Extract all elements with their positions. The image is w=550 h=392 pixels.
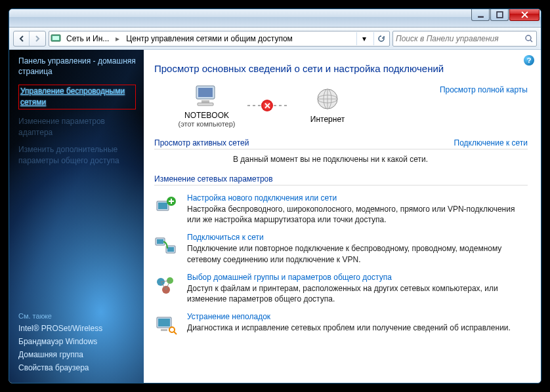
titlebar[interactable] — [9, 9, 541, 28]
homegroup-icon — [154, 274, 178, 298]
sidebar: Панель управления - домашняя страница Уп… — [9, 50, 144, 383]
sidebar-seealso-firewall[interactable]: Брандмауэр Windows — [18, 337, 137, 346]
control-panel-window: Сеть и Ин... ▸ Центр управления сетями и… — [9, 9, 541, 383]
disconnected-icon: ✕ — [261, 100, 273, 111]
item-link[interactable]: Настройка нового подключения или сети — [187, 193, 337, 203]
maximize-button[interactable] — [490, 9, 509, 21]
search-icon — [524, 34, 534, 43]
sidebar-link-wireless[interactable]: Управление беспроводными сетями — [18, 85, 136, 109]
svg-rect-6 — [198, 88, 213, 97]
network-node-internet[interactable]: Интернет — [295, 87, 360, 124]
svg-rect-13 — [158, 203, 167, 209]
item-link[interactable]: Устранение неполадок — [187, 312, 270, 321]
item-homegroup: Выбор домашней группы и параметров общег… — [154, 273, 528, 304]
item-desc: Настройка беспроводного, широкополосного… — [187, 204, 528, 225]
breadcrumb-sep[interactable]: ▸ — [114, 34, 121, 43]
item-troubleshoot: Устранение неполадокДиагностика и исправ… — [154, 312, 528, 337]
svg-rect-1 — [497, 12, 503, 18]
back-button[interactable] — [14, 31, 30, 46]
item-desc: Диагностика и исправление сетевых пробле… — [187, 323, 528, 333]
address-dropdown-button[interactable]: ▾ — [356, 32, 371, 45]
globe-icon — [313, 87, 342, 113]
item-desc: Подключение или повторное подключение к … — [187, 243, 528, 264]
search-input[interactable] — [396, 34, 524, 43]
svg-point-4 — [526, 35, 531, 41]
control-panel-icon — [51, 33, 61, 44]
svg-rect-18 — [167, 247, 174, 252]
address-bar[interactable]: Сеть и Ин... ▸ Центр управления сетями и… — [49, 31, 390, 47]
change-settings-header: Изменение сетевых параметров — [154, 174, 273, 184]
page-title: Просмотр основных сведений о сети и наст… — [154, 63, 528, 74]
sidebar-seealso-intel[interactable]: Intel® PROSet/Wireless — [18, 324, 137, 333]
sidebar-seealso-homegroup[interactable]: Домашняя группа — [18, 350, 137, 359]
sidebar-home-link[interactable]: Панель управления - домашняя страница — [18, 56, 136, 77]
breadcrumb-seg1[interactable]: Сеть и Ин... — [64, 34, 112, 43]
svg-rect-24 — [161, 329, 167, 331]
view-full-map-link[interactable]: Просмотр полной карты — [440, 85, 528, 94]
sidebar-seealso-browser[interactable]: Свойства браузера — [18, 363, 137, 372]
breadcrumb-seg2[interactable]: Центр управления сетями и общим доступом — [123, 34, 295, 43]
node-sublabel: (этот компьютер) — [178, 120, 235, 128]
toolbar: Сеть и Ин... ▸ Центр управления сетями и… — [9, 28, 541, 50]
svg-rect-3 — [53, 36, 59, 40]
active-networks-header: Просмотр активных сетей — [154, 138, 249, 147]
troubleshoot-icon — [154, 313, 178, 337]
svg-rect-0 — [478, 16, 484, 17]
refresh-button[interactable] — [373, 32, 388, 45]
search-box[interactable] — [392, 31, 537, 47]
sidebar-seealso-header: См. также — [18, 312, 137, 320]
computer-icon — [192, 83, 221, 109]
sidebar-link-sharing[interactable]: Изменить дополнительные параметры общего… — [18, 144, 136, 167]
network-connection-broken: ✕ — [247, 105, 287, 106]
svg-rect-7 — [201, 100, 209, 103]
node-label: NOTEBOOK — [184, 111, 229, 120]
svg-point-25 — [169, 327, 175, 332]
connect-to-network-link[interactable]: Подключение к сети — [454, 138, 528, 147]
svg-rect-23 — [158, 319, 170, 326]
sidebar-link-adapter[interactable]: Изменение параметров адаптера — [18, 116, 136, 138]
active-networks-message: В данный момент вы не подключены ни к ка… — [154, 155, 528, 164]
connect-network-icon — [154, 234, 178, 258]
forward-button[interactable] — [30, 31, 45, 46]
item-new-connection: Настройка нового подключения или сетиНас… — [154, 193, 528, 225]
main-content: ? Просмотр основных сведений о сети и на… — [144, 50, 541, 383]
item-desc: Доступ к файлам и принтерам, расположенн… — [187, 283, 528, 304]
minimize-button[interactable] — [471, 9, 490, 21]
new-connection-icon — [154, 195, 178, 218]
item-connect-network: Подключиться к сетиПодключение или повто… — [154, 233, 528, 264]
close-button[interactable] — [509, 9, 539, 21]
svg-rect-8 — [198, 103, 213, 106]
node-label: Интернет — [310, 115, 345, 124]
svg-rect-16 — [157, 239, 163, 244]
network-node-computer[interactable]: NOTEBOOK (этот компьютер) — [174, 83, 240, 128]
help-icon[interactable]: ? — [524, 55, 534, 66]
item-link[interactable]: Подключиться к сети — [187, 233, 264, 242]
item-link[interactable]: Выбор домашней группы и параметров общег… — [187, 273, 392, 282]
